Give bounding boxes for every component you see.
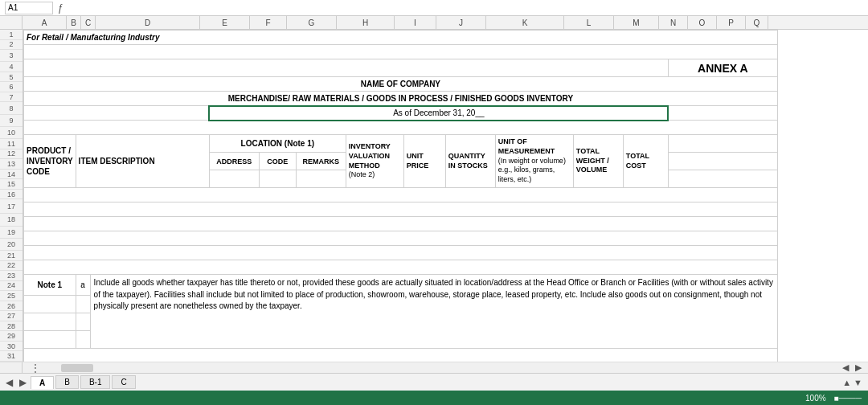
header-inventory-method[interactable]: INVENTORY VALUATION METHOD (Note 2) [346,135,403,188]
header-qty-stocks[interactable]: QUANTITY IN STOCKS [445,135,495,188]
row16-empty[interactable] [24,260,778,275]
row-num-29: 29 [0,331,23,342]
col-header-q[interactable]: Q [746,16,768,29]
header-remarks[interactable]: REMARKS [296,153,346,170]
tab-nav-prev[interactable]: ◀ [3,377,15,388]
row10-code-empty[interactable] [259,170,296,188]
row-num-25: 25 [0,291,23,301]
row11-empty[interactable] [24,188,778,202]
col-header-i[interactable]: I [395,16,436,29]
row14-empty[interactable] [24,231,778,246]
annex-title[interactable]: ANNEX A [668,59,777,77]
row20-a-empty[interactable] [24,331,76,349]
scroll-controls: ▲ ▼ [842,378,868,387]
row8-right-empty[interactable] [668,135,777,153]
cells-area[interactable]: For Retail / Manufacturing Industry ANNE… [23,30,868,362]
horizontal-scrollbar[interactable]: ⋮ ◀ ▶ [0,362,868,373]
row21-empty[interactable] [24,349,778,362]
row-num-11: 11 [0,139,23,149]
page-up-btn[interactable]: ▲ [842,378,851,387]
row2-empty[interactable] [24,45,778,59]
note1-a-label[interactable]: a [76,275,90,296]
sheet-tab-c[interactable]: C [112,375,135,389]
row6-empty-right[interactable] [668,106,777,121]
row10-address-empty[interactable] [209,170,259,188]
row20-b-empty[interactable] [76,331,90,349]
row19-b-empty[interactable] [76,313,90,331]
col-header-b[interactable]: B [67,16,81,29]
table-row [24,188,778,202]
sheet-tabs: ◀ ▶ A B B-1 C [0,375,842,389]
subtitle-row[interactable]: MERCHANDISE/ RAW MATERIALS / GOODS IN PR… [24,92,778,106]
header-product-code[interactable]: PRODUCT / INVENTORY CODE [24,135,76,188]
note1-label[interactable]: Note 1 [24,275,76,296]
col-header-l[interactable]: L [564,16,614,29]
row1-title[interactable]: For Retail / Manufacturing Industry [24,31,778,45]
col-header-o[interactable]: O [688,16,717,29]
sheet-tab-b1[interactable]: B-1 [80,375,111,389]
col-header-j[interactable]: J [436,16,486,29]
table-row [24,45,778,59]
row18-b-empty[interactable] [76,296,90,313]
formula-bar: A1 ƒ [0,0,868,16]
header-total-cost[interactable]: TOTAL COST [623,135,668,188]
column-headers-row: A B C D E F G H I J K L M N O P Q [0,16,868,30]
company-name-label[interactable]: NAME OF COMPANY [24,77,778,92]
sheet-tab-a[interactable]: A [31,376,54,389]
col-header-n[interactable]: N [659,16,688,29]
col-header-h[interactable]: H [337,16,395,29]
table-row [24,231,778,246]
scroll-left-btn[interactable]: ◀ [839,362,852,373]
zoom-level: 100% [805,394,826,403]
row6-empty-left[interactable] [24,106,210,121]
table-row [24,202,778,217]
row-num-15: 15 [0,179,23,190]
name-box[interactable]: A1 [5,2,53,14]
sheet-tab-b[interactable]: B [55,375,79,389]
col-header-p[interactable]: P [717,16,746,29]
row13-empty[interactable] [24,217,778,231]
header-location[interactable]: LOCATION (Note 1) [209,135,346,153]
note1-a-text: Include all goods whether taxpayer has t… [90,275,777,349]
header-unit-measurement[interactable]: UNIT OF MEASUREMENT (In weight or volume… [495,135,573,188]
row15-empty[interactable] [24,246,778,260]
table-row [24,246,778,260]
row-num-24: 24 [0,281,23,292]
col-header-g[interactable]: G [287,16,337,29]
row7-empty[interactable] [24,121,778,135]
zoom-slider[interactable]: ■──── [834,394,862,403]
row12-empty[interactable] [24,202,778,217]
header-unit-price[interactable]: UNIT PRICE [403,135,445,188]
col-header-e[interactable]: E [200,16,250,29]
row-num-21: 21 [0,251,23,261]
col-header-k[interactable]: K [486,16,564,29]
row9-right-empty[interactable] [668,153,777,170]
col-header-c[interactable]: C [81,16,96,29]
col-header-d[interactable]: D [96,16,200,29]
header-address[interactable]: ADDRESS [209,153,259,170]
tab-nav-next[interactable]: ▶ [17,377,29,388]
page-down-btn[interactable]: ▼ [851,378,865,387]
row-num-4: 4 [0,62,23,72]
scroll-right-btn[interactable]: ▶ [852,362,865,373]
row-num-3: 3 [0,50,23,62]
header-code[interactable]: CODE [259,153,296,170]
row10-remarks-empty[interactable] [296,170,346,188]
row-num-5: 5 [0,72,23,83]
row18-a-empty[interactable] [24,296,76,313]
col-header-f[interactable]: F [250,16,287,29]
col-header-m[interactable]: M [614,16,659,29]
row-num-7: 7 [0,92,23,103]
row19-a-empty[interactable] [24,313,76,331]
as-of-cell[interactable]: As of December 31, 20__ [209,106,668,121]
scroll-thumb[interactable] [61,364,93,372]
header-total-weight[interactable]: TOTAL WEIGHT / VOLUME [573,135,623,188]
table-row: As of December 31, 20__ [24,106,778,121]
header-item-desc[interactable]: ITEM DESCRIPTION [76,135,209,188]
status-bar: 100% ■──── [0,391,868,405]
col-header-a[interactable]: A [23,16,67,29]
row-num-13: 13 [0,159,23,170]
row3-empty-left[interactable] [24,59,669,77]
row-num-22: 22 [0,261,23,272]
row10-right-empty[interactable] [668,170,777,188]
